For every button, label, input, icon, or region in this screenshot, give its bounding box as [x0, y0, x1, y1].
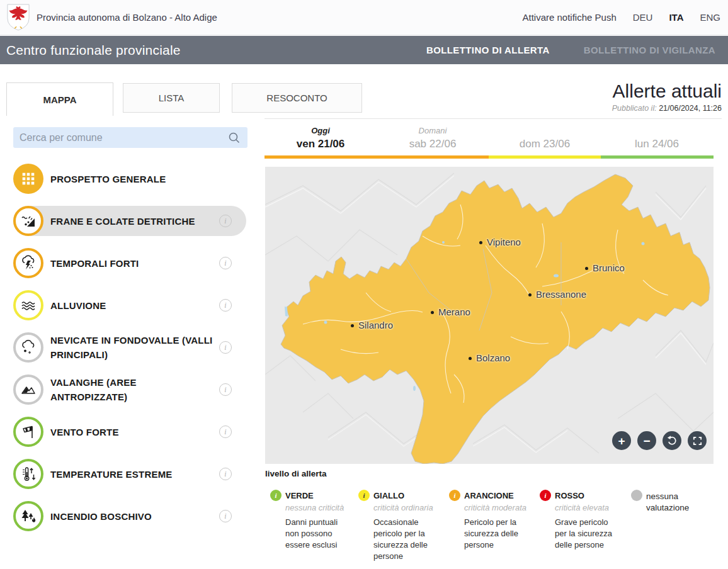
legend-item-nessuna-valutazione: nessuna valutazione	[631, 490, 713, 514]
brand-text: Provincia autonoma di Bolzano - Alto Adi…	[37, 12, 217, 23]
info-icon[interactable]: i	[219, 510, 232, 522]
nessuna-valutazione-level-icon	[631, 490, 642, 501]
reset-view-button[interactable]	[663, 431, 681, 450]
legend-item-giallo: i GIALLO criticità ordinaria Occasionale…	[358, 490, 440, 562]
city-label: Silandro	[351, 320, 393, 330]
city-label: Merano	[431, 307, 470, 317]
province-alert-region[interactable]	[281, 174, 710, 464]
map-canvas	[265, 167, 714, 464]
published-label: Pubblicato il:	[612, 104, 657, 113]
push-notifications-link[interactable]: Attivare notifiche Push	[523, 12, 617, 23]
sidebar-item-prospetto-generale[interactable]: PROSPETTO GENERALE	[13, 164, 246, 194]
sidebar-item-temporali-forti[interactable]: TEMPORALI FORTI i	[13, 248, 246, 278]
brand: Provincia autonoma di Bolzano - Alto Adi…	[6, 4, 217, 31]
alert-map[interactable]: Vipiteno Brunico Bressanone Merano Silan…	[265, 167, 714, 464]
date-tab-ven-21-06[interactable]: Oggi ven 21/06	[264, 126, 377, 155]
grid-icon	[21, 172, 35, 186]
menu-bollettino-allerta[interactable]: BOLLETTINO DI ALLERTA	[426, 45, 550, 55]
published-timestamp: Pubblicato il: 21/06/2024, 11:26	[612, 104, 722, 113]
city-label: Brunico	[585, 262, 625, 273]
sidebar-item-frane-e-colate-detritiche[interactable]: FRANE E COLATE DETRITICHE i	[13, 206, 246, 236]
search-icon[interactable]	[227, 131, 241, 145]
info-icon[interactable]: i	[219, 257, 232, 269]
sidebar-item-valanghe[interactable]: VALANGHE (AREE ANTROPIZZATE) i	[13, 375, 246, 405]
tab-resoconto[interactable]: RESOCONTO	[232, 83, 362, 113]
landslide-icon	[20, 213, 37, 229]
date-strip-segment	[601, 155, 714, 159]
flood-waves-icon	[20, 297, 37, 313]
language-deu[interactable]: DEU	[633, 12, 653, 23]
date-strip-segment	[377, 155, 489, 159]
legend-item-arancione: i ARANCIONE criticità moderata Pericolo …	[449, 490, 531, 551]
language-ita[interactable]: ITA	[669, 12, 683, 23]
menu-bollettino-vigilanza[interactable]: BOLLETTINO DI VIGILANZA	[584, 45, 715, 55]
site-title: Centro funzionale provinciale	[6, 43, 181, 58]
windsock-icon	[20, 424, 37, 440]
topbar: Provincia autonoma di Bolzano - Alto Adi…	[0, 0, 728, 35]
published-value: 21/06/2024, 11:26	[659, 104, 722, 113]
date-strip-segment	[264, 155, 377, 159]
fullscreen-icon	[692, 436, 703, 446]
prospetto-circle	[13, 164, 43, 194]
sidebar-item-incendio-boschivo[interactable]: INCENDIO BOSCHIVO i	[13, 501, 246, 531]
legend-item-verde: i VERDE nessuna criticità Danni puntuali…	[270, 490, 352, 551]
tab-mappa[interactable]: MAPPA	[6, 82, 113, 116]
info-icon[interactable]: i	[219, 425, 232, 438]
info-icon[interactable]: i	[219, 341, 232, 354]
header-divider	[264, 118, 722, 119]
city-label: Bolzano	[469, 352, 510, 363]
city-label: Vipiteno	[479, 237, 521, 247]
avalanche-icon	[20, 381, 37, 398]
zoom-out-button[interactable]: −	[637, 431, 656, 450]
zoom-in-button[interactable]: +	[612, 431, 631, 450]
fullscreen-button[interactable]	[688, 431, 707, 450]
giallo-level-icon: i	[358, 490, 370, 501]
bolzano-coat-of-arms-logo	[6, 4, 30, 31]
sidebar-item-temperature-estreme[interactable]: TEMPERATURE ESTREME i	[13, 459, 246, 489]
sidebar-item-alluvione[interactable]: ALLUVIONE i	[13, 290, 246, 320]
tab-lista[interactable]: LISTA	[123, 83, 220, 113]
info-icon[interactable]: i	[219, 468, 232, 480]
date-tab-sab-22-06[interactable]: Domani sab 22/06	[377, 126, 489, 155]
date-tab-dom-23-06[interactable]: dom 23/06	[489, 126, 601, 155]
forest-fire-icon	[20, 508, 37, 524]
thunderstorm-icon	[20, 255, 37, 271]
sidebar-item-nevicate-in-fondovalle[interactable]: NEVICATE IN FONDOVALLE (VALLI PRINCIPALI…	[13, 332, 246, 363]
navbar: Centro funzionale provinciale BOLLETTINO…	[0, 36, 728, 64]
info-icon[interactable]: i	[219, 299, 232, 312]
legend-title: livello di allerta	[265, 469, 327, 478]
arancione-level-icon: i	[449, 490, 460, 501]
verde-level-icon: i	[270, 490, 282, 501]
info-icon[interactable]: i	[219, 383, 232, 396]
legend-item-rosso: i ROSSO criticità elevata Grave pericolo…	[540, 490, 622, 551]
city-label: Bressanone	[528, 289, 586, 300]
search-box	[13, 127, 247, 148]
reset-icon	[666, 435, 678, 446]
thermometer-icon	[20, 466, 37, 482]
search-input[interactable]	[20, 132, 227, 144]
page-title: Allerte attuali	[613, 81, 722, 102]
snowfall-icon	[20, 339, 37, 356]
date-tab-lun-24-06[interactable]: lun 24/06	[601, 126, 713, 155]
language-eng[interactable]: ENG	[700, 12, 720, 23]
date-strip-segment	[489, 155, 601, 159]
sidebar-item-vento-forte[interactable]: VENTO FORTE i	[13, 417, 246, 447]
rosso-level-icon: i	[540, 490, 551, 501]
info-icon[interactable]: i	[219, 215, 232, 227]
